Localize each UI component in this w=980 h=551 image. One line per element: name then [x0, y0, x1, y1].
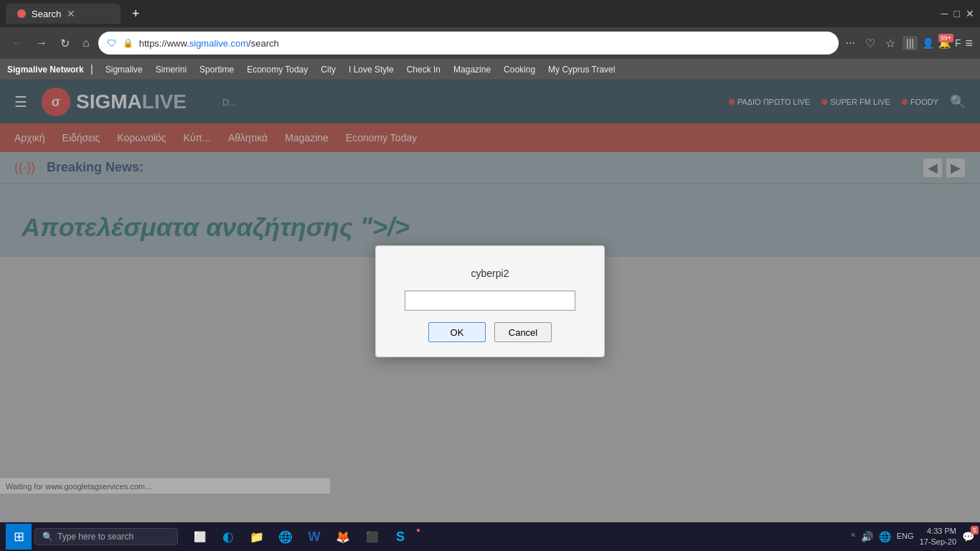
network-link-mycyprus[interactable]: My Cyprus Travel	[548, 65, 615, 75]
network-bar: Sigmalive Network Sigmalive Simerini Spo…	[0, 59, 980, 80]
taskbar-search-icon: 🔍	[42, 532, 53, 542]
home-button[interactable]: ⌂	[78, 34, 94, 52]
bookmark-icon[interactable]: ♡	[862, 35, 878, 52]
toolbar-icons: ··· ♡ ☆ ||| 👤 🔔 99+ F ≡	[843, 35, 973, 52]
star-icon[interactable]: ☆	[882, 35, 898, 52]
network-link-checkin[interactable]: Check In	[407, 65, 440, 75]
network-link-economy[interactable]: Economy Today	[247, 65, 308, 75]
taskbar-apps: ⬜ ◐ 📁 🌐 W 🦊 ⬛ S ●	[187, 524, 420, 550]
address-domain: sigmalive.com	[189, 38, 248, 49]
network-link-ilovestyle[interactable]: I Love Style	[349, 65, 394, 75]
taskbar-firefox[interactable]: 🦊	[330, 524, 356, 550]
lock-icon: 🔒	[123, 38, 133, 48]
network-link-city[interactable]: City	[321, 65, 336, 75]
address-text: https://www.sigmalive.com/search	[139, 38, 830, 49]
browser-menu-button[interactable]: ≡	[965, 36, 973, 51]
website-content-area: ☰ σ SIGMALIVE D... ΡΑΔΙΟ ΠΡΩΤΟ LIVE SUPE…	[0, 80, 980, 522]
notification-badge: 99+	[938, 34, 953, 42]
network-link-magazine[interactable]: Magazine	[453, 65, 491, 75]
taskbar-search-bar[interactable]: 🔍 Type here to search	[34, 528, 178, 545]
taskbar-edge[interactable]: ◐	[215, 524, 241, 550]
taskbar-search-placeholder: Type here to search	[57, 532, 133, 542]
browser-tab[interactable]: Search ✕	[6, 4, 121, 24]
taskbar-edge-2[interactable]: 🌐	[273, 524, 298, 550]
modal-ok-button[interactable]: OK	[428, 322, 486, 342]
network-link-sigmalive[interactable]: Sigmalive	[105, 65, 143, 75]
taskbar-network-icon[interactable]: 🌐	[879, 531, 891, 542]
taskbar-sound-icon[interactable]: 🔊	[861, 531, 873, 542]
taskbar-notification-area[interactable]: 💬 5	[962, 530, 974, 543]
minimize-btn[interactable]: ─	[941, 8, 948, 19]
modal-dialog: cyberpi2 OK Cancel	[375, 245, 605, 357]
taskbar-task-view[interactable]: ⬜	[187, 524, 212, 550]
network-bar-label: Sigmalive Network	[7, 65, 93, 75]
network-link-simerini[interactable]: Simerini	[156, 65, 187, 75]
modal-overlay: cyberpi2 OK Cancel	[0, 80, 980, 522]
modal-buttons: OK Cancel	[428, 322, 552, 342]
browser-titlebar: Search ✕ + ─ □ ✕	[0, 0, 980, 27]
close-btn[interactable]: ✕	[966, 8, 974, 19]
modal-title: cyberpi2	[471, 268, 509, 279]
taskbar-skype-badge: ●	[416, 526, 420, 534]
tab-label: Search	[32, 9, 61, 19]
network-link-sportime[interactable]: Sportime	[199, 65, 234, 75]
taskbar-notification-badge: 5	[971, 526, 979, 534]
taskbar-system-tray: ^ 🔊 🌐 ENG 4:33 PM 17-Sep-20 💬 5	[851, 526, 974, 548]
profile-icon[interactable]: 👤	[922, 37, 934, 49]
taskbar-lang-label: ENG	[897, 531, 914, 542]
taskbar-skype[interactable]: S	[387, 524, 413, 550]
new-tab-button[interactable]: +	[126, 6, 146, 22]
taskbar-chevron[interactable]: ^	[851, 532, 855, 542]
shield-icon: 🛡	[107, 37, 117, 49]
address-bar[interactable]: 🛡 🔒 https://www.sigmalive.com/search	[98, 32, 839, 55]
taskbar-word[interactable]: W	[301, 524, 327, 550]
taskbar-remote[interactable]: ⬛	[359, 524, 385, 550]
extension-f-icon[interactable]: F	[955, 37, 961, 49]
back-button[interactable]: ←	[7, 34, 27, 52]
maximize-btn[interactable]: □	[954, 8, 960, 19]
start-icon: ⊞	[14, 529, 24, 545]
browser-toolbar: ← → ↻ ⌂ 🛡 🔒 https://www.sigmalive.com/se…	[0, 27, 980, 59]
tab-favicon	[17, 9, 26, 18]
modal-cancel-button[interactable]: Cancel	[494, 322, 552, 342]
taskbar-clock: 4:33 PM 17-Sep-20	[920, 526, 956, 548]
forward-button[interactable]: →	[32, 34, 52, 52]
tab-close-btn[interactable]: ✕	[67, 8, 75, 19]
extensions-area[interactable]: |||	[903, 36, 918, 50]
taskbar-lang: ENG	[897, 531, 914, 542]
taskbar: ⊞ 🔍 Type here to search ⬜ ◐ 📁 🌐 W 🦊 ⬛ S …	[0, 522, 980, 551]
taskbar-time: 4:33 PM	[920, 526, 956, 537]
modal-input[interactable]	[405, 291, 575, 311]
more-button[interactable]: ···	[843, 35, 858, 51]
taskbar-file-explorer[interactable]: 📁	[244, 524, 270, 550]
taskbar-date: 17-Sep-20	[920, 537, 956, 547]
start-button[interactable]: ⊞	[6, 524, 32, 550]
reload-button[interactable]: ↻	[56, 34, 74, 53]
network-link-cooking[interactable]: Cooking	[504, 65, 535, 75]
